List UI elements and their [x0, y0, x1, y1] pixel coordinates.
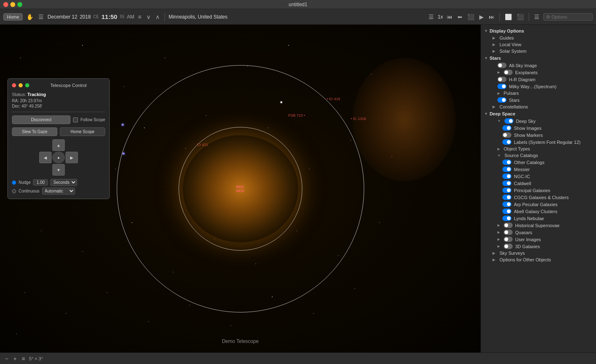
user-images-toggle[interactable]: [504, 237, 513, 242]
disconnect-button[interactable]: Disconnect: [12, 115, 71, 124]
layout-2-icon[interactable]: ⬛: [516, 13, 525, 21]
deep-space-header[interactable]: ▼ Deep Space: [481, 110, 596, 117]
nudge-radio[interactable]: [12, 181, 16, 185]
deep-sky-toggle[interactable]: [504, 118, 514, 124]
status-label: Status:: [12, 92, 26, 97]
messier-toggle[interactable]: [502, 167, 511, 172]
sky-view[interactable]: • Cr 419 • IC 1318 FSB 723 • Cr 421 NGC …: [0, 25, 481, 352]
display-options-header[interactable]: ▼ Display Options: [481, 27, 596, 35]
maximize-button[interactable]: [17, 2, 22, 7]
deep-space-label: Deep Space: [490, 111, 515, 116]
constellations-label: Constellations: [499, 104, 528, 109]
close-button[interactable]: [3, 2, 8, 7]
follow-checkbox[interactable]: [73, 117, 78, 122]
wedge-icon[interactable]: ∨: [145, 13, 152, 21]
sidebar-item-quasars[interactable]: ▶ Quasars: [481, 229, 596, 236]
stars-section-header[interactable]: ▼ Stars: [481, 54, 596, 62]
slew-button[interactable]: Slew To Gaze: [12, 127, 57, 136]
zoom-out-button[interactable]: −: [4, 355, 9, 362]
sidebar-item-source-catalogs[interactable]: ▼ Source Catalogs: [481, 152, 596, 159]
sidebar-item-user-images[interactable]: ▶ User Images: [481, 236, 596, 243]
home-button[interactable]: Home: [3, 13, 23, 21]
sidebar-item-sky-surveys[interactable]: ▶ Sky Surveys: [481, 250, 596, 256]
sidebar-item-pulsars[interactable]: ▶ Pulsars: [481, 90, 596, 96]
panel-maximize[interactable]: [25, 83, 29, 87]
cgcg-toggle[interactable]: [502, 195, 511, 200]
sidebar-item-deep-sky[interactable]: ▼ Deep Sky: [481, 117, 596, 124]
hand-icon[interactable]: ✋: [25, 13, 35, 21]
milky-way-toggle[interactable]: [497, 84, 506, 89]
triangle-icon[interactable]: ∧: [154, 13, 161, 21]
arp-toggle[interactable]: [502, 202, 511, 207]
nudge-input[interactable]: [33, 179, 48, 186]
sidebar-item-hr[interactable]: H-R Diagram: [481, 76, 596, 83]
sidebar-item-exoplanets[interactable]: ▶ Exoplanets: [481, 69, 596, 76]
quasars-toggle[interactable]: [504, 230, 513, 235]
dpad-center[interactable]: ●: [52, 152, 65, 163]
hr-toggle[interactable]: [497, 77, 506, 82]
nudge-unit-select[interactable]: Seconds: [50, 179, 77, 186]
sidebar-item-messier[interactable]: Messier: [481, 166, 596, 173]
abell-toggle[interactable]: [502, 209, 511, 214]
ngcic-toggle[interactable]: [502, 174, 511, 179]
sidebar-item-abell[interactable]: Abell Galaxy Clusters: [481, 208, 596, 215]
exoplanets-toggle[interactable]: [504, 70, 513, 75]
options-icon[interactable]: ☰: [533, 13, 541, 21]
sidebar-item-ngcic[interactable]: NGC-IC: [481, 173, 596, 180]
sidebar-item-cgcg[interactable]: CGCG Galaxies & Clusters: [481, 194, 596, 201]
dpad-down[interactable]: ▼: [52, 164, 65, 176]
sidebar-item-other-catalogs[interactable]: Other Catalogs: [481, 159, 596, 166]
sidebar-item-show-markers[interactable]: Show Markers: [481, 132, 596, 139]
sidebar-item-3d-galaxies[interactable]: ▶ 3D Galaxies: [481, 243, 596, 250]
sidebar-item-principal-galaxies[interactable]: Principal Galaxies: [481, 187, 596, 194]
sidebar-item-solar-system[interactable]: ▶ Solar System: [481, 48, 596, 54]
all-sky-toggle[interactable]: [497, 63, 506, 68]
dpad-left[interactable]: ◀: [39, 152, 52, 163]
options-search-input[interactable]: [543, 13, 593, 21]
sidebar-item-object-types[interactable]: ▶ Object Types: [481, 146, 596, 152]
dpad-right[interactable]: ▶: [66, 152, 78, 163]
layout-1-icon[interactable]: ⬜: [504, 13, 513, 21]
options-other-label: Options for Other Objects: [499, 257, 551, 262]
lynds-toggle[interactable]: [502, 216, 511, 221]
show-images-toggle[interactable]: [502, 125, 511, 131]
list-view-button[interactable]: ≡: [21, 355, 26, 362]
hamburger-icon[interactable]: ☰: [427, 13, 435, 21]
sidebar-item-historical[interactable]: ▶ Historical Supernovae: [481, 222, 596, 229]
sidebar-item-constellations[interactable]: ▶ Constellations: [481, 103, 596, 110]
historical-toggle[interactable]: [504, 223, 513, 228]
stop-icon[interactable]: ⬛: [466, 13, 476, 21]
sidebar-item-labels[interactable]: Labels (System Font Regular 12): [481, 139, 596, 146]
sidebar-item-lynds[interactable]: Lynds Nebulae: [481, 215, 596, 222]
sidebar-item-local-view[interactable]: ▶ Local View: [481, 41, 596, 48]
sidebar-item-arp[interactable]: Arp Peculiar Galaxies: [481, 201, 596, 208]
sidebar-item-guides[interactable]: ▶ Guides: [481, 35, 596, 41]
dpad-up[interactable]: ▲: [52, 139, 65, 151]
sidebar-item-stars[interactable]: Stars: [481, 96, 596, 103]
sidebar-item-milky-way[interactable]: Milky Way…(Spectrum): [481, 83, 596, 90]
step-back-icon[interactable]: ⬅: [456, 13, 464, 21]
minimize-button[interactable]: [10, 2, 15, 7]
panel-minimize[interactable]: [19, 83, 23, 87]
play-icon[interactable]: ▶: [478, 13, 485, 21]
sidebar-item-options-other[interactable]: ▶ Options for Other Objects: [481, 256, 596, 263]
skip-back-icon[interactable]: ⏮: [445, 13, 454, 21]
continuous-radio[interactable]: [12, 189, 16, 193]
stars-toggle[interactable]: [497, 97, 506, 103]
panel-close[interactable]: [12, 83, 16, 87]
zoom-in-button[interactable]: +: [12, 355, 17, 362]
home-scope-button[interactable]: Home Scope: [60, 127, 105, 136]
sidebar-item-all-sky[interactable]: All-Sky Image: [481, 62, 596, 69]
time-options-icon[interactable]: ≡: [137, 13, 143, 21]
other-catalogs-toggle[interactable]: [502, 160, 511, 165]
sidebar-item-show-images[interactable]: Show Images: [481, 124, 596, 132]
principal-galaxies-toggle[interactable]: [502, 188, 511, 193]
show-markers-toggle[interactable]: [502, 132, 511, 138]
labels-toggle[interactable]: [502, 139, 511, 145]
sidebar-item-caldwell[interactable]: Caldwell: [481, 180, 596, 187]
caldwell-toggle[interactable]: [502, 181, 511, 186]
3d-galaxies-toggle[interactable]: [504, 244, 513, 249]
skip-forward-icon[interactable]: ⏭: [488, 13, 496, 21]
automatic-select[interactable]: Automatic: [42, 188, 75, 195]
menu-icon[interactable]: ☰: [37, 13, 45, 21]
